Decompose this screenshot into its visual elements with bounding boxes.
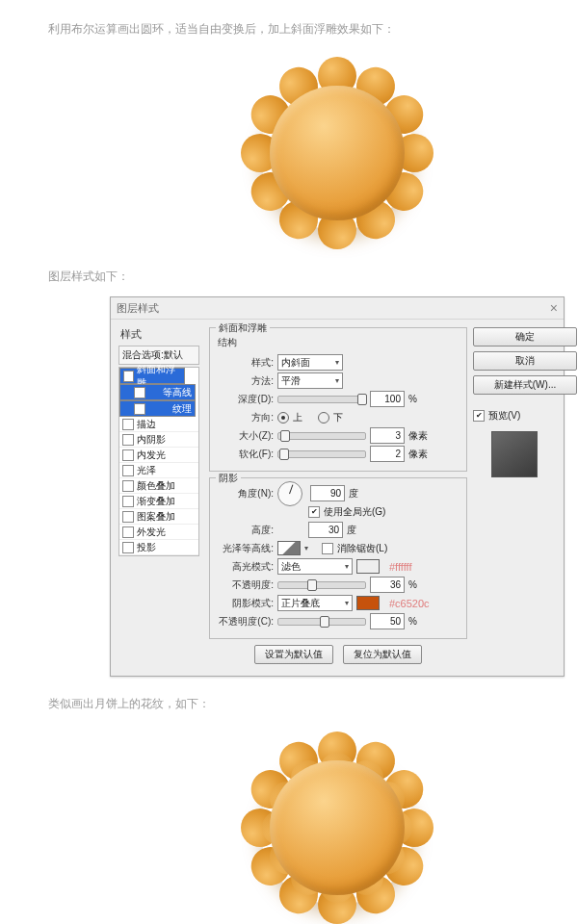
depth-label: 深度(D): [218,393,274,406]
shadow-opacity-label: 不透明度(C): [218,615,274,629]
ok-button[interactable]: 确定 [473,327,577,346]
sidebar-item-checkbox[interactable] [134,403,145,415]
highlight-opacity-input[interactable]: 36 [370,577,405,593]
gloss-contour-label: 光泽等高线: [218,542,274,555]
sidebar-item-checkbox[interactable] [122,496,134,507]
caption-mid: 图层样式如下： [48,269,578,285]
shadow-mode-select[interactable]: 正片叠底▾ [277,595,353,611]
altitude-label: 高度: [218,524,274,537]
sidebar-item-11[interactable]: 投影 [119,540,198,555]
sidebar-item-checkbox[interactable] [122,542,134,553]
sidebar-item-checkbox[interactable] [122,434,134,446]
preview-thumbnail [491,431,538,477]
angle-dial[interactable] [277,481,302,506]
sidebar-item-9[interactable]: 图案叠加 [119,509,198,525]
technique-label: 方法: [218,374,274,388]
global-light-label: 使用全局光(G) [324,505,385,519]
direction-label: 方向: [218,411,274,424]
chevron-down-icon: ▾ [335,376,339,385]
technique-select[interactable]: 平滑▾ [277,372,343,389]
percent-unit: % [408,394,417,404]
gloss-contour-picker[interactable] [277,541,301,555]
sidebar-item-checkbox[interactable] [134,387,145,398]
sidebar-item-label: 投影 [137,541,156,554]
sidebar-item-checkbox[interactable] [122,419,134,430]
sidebar-item-label: 描边 [137,418,156,431]
reset-default-button[interactable]: 复位为默认值 [343,645,422,664]
chevron-down-icon: ▾ [335,358,339,367]
sidebar-item-2[interactable]: 纹理 [119,400,196,417]
sidebar-item-checkbox[interactable] [122,480,134,492]
annotation-white: #ffffff [389,561,411,573]
antialias-checkbox[interactable] [322,543,333,554]
shadow-opacity-slider[interactable] [277,618,366,626]
new-style-button[interactable]: 新建样式(W)... [473,375,577,395]
cancel-button[interactable]: 取消 [473,351,577,371]
size-input[interactable]: 3 [370,427,405,444]
soften-input[interactable]: 2 [370,446,405,462]
shadow-opacity-input[interactable]: 50 [370,613,405,629]
depth-input[interactable]: 100 [370,391,405,407]
sidebar-item-0[interactable]: 斜面和浮雕 [119,368,185,384]
style-select[interactable]: 内斜面▾ [277,354,343,371]
structure-sublegend: 结构 [218,336,459,349]
mooncake-illustration-2 [48,732,578,924]
caption-bottom: 类似画出月饼上的花纹，如下： [48,696,578,712]
sidebar-item-checkbox[interactable] [123,371,134,382]
deg-unit2: 度 [347,524,356,537]
sidebar-item-6[interactable]: 光泽 [119,463,198,478]
sidebar-item-label: 颜色叠加 [137,479,175,493]
sidebar-item-8[interactable]: 渐变叠加 [119,494,198,509]
size-slider[interactable] [277,432,366,440]
chevron-down-icon[interactable]: ▾ [304,544,308,552]
sidebar-item-label: 纹理 [172,402,192,416]
sidebar-item-label: 等高线 [163,386,192,399]
sidebar-item-checkbox[interactable] [122,511,134,523]
shadow-color-swatch[interactable] [356,596,380,610]
sidebar-item-label: 外发光 [137,526,166,539]
antialias-label: 消除锯齿(L) [337,542,387,555]
sidebar-item-7[interactable]: 颜色叠加 [119,478,198,494]
px-unit2: 像素 [408,448,428,461]
angle-input[interactable]: 90 [310,485,345,501]
sidebar-item-checkbox[interactable] [122,526,134,538]
altitude-input[interactable]: 30 [308,522,343,538]
highlight-opacity-slider[interactable] [277,581,366,589]
direction-down-radio[interactable] [318,412,329,424]
style-label: 样式: [218,356,274,370]
highlight-mode-label: 高光模式: [218,560,274,574]
sidebar-item-4[interactable]: 内阴影 [119,432,198,448]
dialog-titlebar[interactable]: 图层样式 × [111,297,564,320]
highlight-color-swatch[interactable] [356,559,380,574]
sidebar-header: 样式 [120,327,199,342]
sidebar-item-10[interactable]: 外发光 [119,525,198,540]
preview-checkbox[interactable] [473,410,485,422]
mooncake-illustration-1 [48,57,578,249]
global-light-checkbox[interactable] [308,506,320,518]
size-label: 大小(Z): [218,429,274,443]
sidebar-item-5[interactable]: 内发光 [119,448,198,463]
annotation-orange: #c6520c [389,598,430,609]
sidebar-item-label: 图案叠加 [137,510,175,524]
shadow-mode-label: 阴影模式: [218,597,274,610]
caption-top: 利用布尔运算画出圆环，适当自由变换后，加上斜面浮雕效果如下： [48,21,578,38]
make-default-button[interactable]: 设置为默认值 [254,645,333,664]
depth-slider[interactable] [277,396,366,403]
sidebar-item-1[interactable]: 等高线 [119,384,196,400]
close-icon[interactable]: × [550,300,558,316]
sidebar-item-label: 内发光 [137,449,166,462]
shadow-legend: 阴影 [216,472,241,485]
group-bevel-legend: 斜面和浮雕 [216,321,270,335]
sidebar-item-3[interactable]: 描边 [119,417,198,432]
dialog-title: 图层样式 [117,301,159,316]
sidebar-item-checkbox[interactable] [122,449,134,461]
highlight-opacity-label: 不透明度: [218,578,274,592]
px-unit: 像素 [408,429,428,443]
highlight-mode-select[interactable]: 滤色▾ [277,558,353,575]
sidebar-item-label: 光泽 [137,464,156,477]
direction-up-radio[interactable] [277,412,289,424]
soften-slider[interactable] [277,450,366,458]
soften-label: 软化(F): [218,448,274,461]
sidebar-item-checkbox[interactable] [122,465,134,476]
deg-unit: 度 [349,487,358,500]
